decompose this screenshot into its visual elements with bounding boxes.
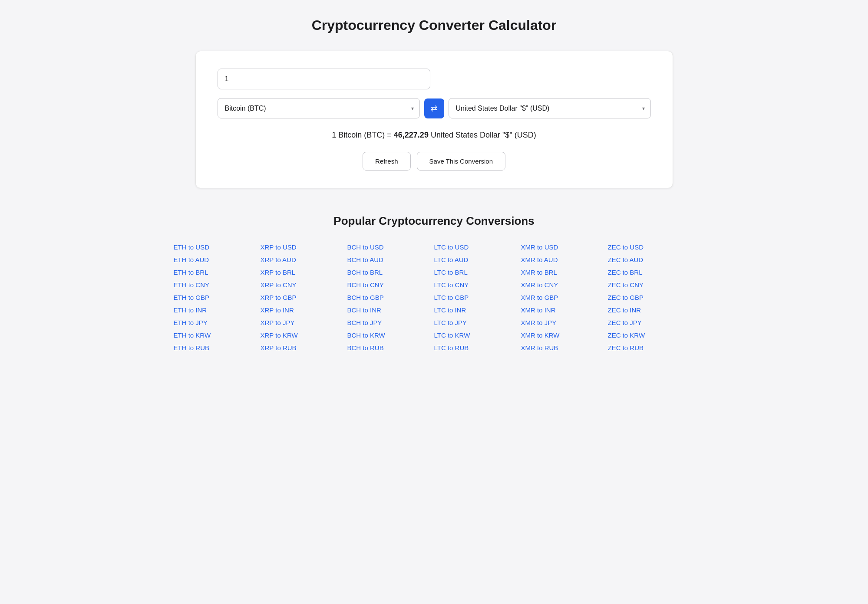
conversion-link[interactable]: LTC to BRL — [434, 269, 521, 276]
conversion-link[interactable]: XRP to RUB — [261, 344, 347, 351]
conversion-column-ltc: LTC to USDLTC to AUDLTC to BRLLTC to CNY… — [434, 243, 521, 351]
conversion-link[interactable]: BCH to BRL — [347, 269, 434, 276]
conversion-link[interactable]: ETH to KRW — [174, 332, 261, 339]
amount-input[interactable] — [218, 69, 430, 89]
page-title: Cryptocurrency Converter Calculator — [9, 17, 859, 33]
conversion-link[interactable]: XMR to USD — [521, 243, 608, 251]
conversion-link[interactable]: XMR to KRW — [521, 332, 608, 339]
conversion-column-zec: ZEC to USDZEC to AUDZEC to BRLZEC to CNY… — [608, 243, 695, 351]
conversion-link[interactable]: BCH to USD — [347, 243, 434, 251]
popular-section: Popular Cryptocurrency Conversions ETH t… — [174, 214, 695, 351]
conversion-link[interactable]: XRP to GBP — [261, 294, 347, 301]
result-value: 46,227.29 — [394, 131, 429, 139]
conversion-column-eth: ETH to USDETH to AUDETH to BRLETH to CNY… — [174, 243, 261, 351]
conversion-link[interactable]: XMR to RUB — [521, 344, 608, 351]
conversion-link[interactable]: XRP to CNY — [261, 281, 347, 289]
swap-icon: ⇄ — [431, 104, 437, 113]
conversion-link[interactable]: ETH to INR — [174, 306, 261, 314]
conversion-column-xrp: XRP to USDXRP to AUDXRP to BRLXRP to CNY… — [261, 243, 347, 351]
conversion-link[interactable]: LTC to KRW — [434, 332, 521, 339]
conversion-link[interactable]: ETH to JPY — [174, 319, 261, 326]
conversion-link[interactable]: XMR to AUD — [521, 256, 608, 263]
to-currency-select[interactable]: United States Dollar "$" (USD) Euro (EUR… — [449, 98, 651, 118]
currency-row: Bitcoin (BTC) Ethereum (ETH) XRP (XRP) B… — [218, 98, 651, 118]
conversion-link[interactable]: BCH to AUD — [347, 256, 434, 263]
conversion-link[interactable]: XMR to INR — [521, 306, 608, 314]
conversion-link[interactable]: ETH to USD — [174, 243, 261, 251]
conversion-link[interactable]: LTC to AUD — [434, 256, 521, 263]
from-currency-wrapper: Bitcoin (BTC) Ethereum (ETH) XRP (XRP) B… — [218, 98, 420, 118]
save-conversion-button[interactable]: Save This Conversion — [417, 152, 505, 171]
swap-button[interactable]: ⇄ — [424, 98, 444, 118]
conversion-link[interactable]: XMR to GBP — [521, 294, 608, 301]
conversion-link[interactable]: LTC to CNY — [434, 281, 521, 289]
result-from-text: 1 Bitcoin (BTC) — [332, 131, 385, 139]
conversion-link[interactable]: LTC to JPY — [434, 319, 521, 326]
conversion-link[interactable]: XRP to JPY — [261, 319, 347, 326]
conversion-link[interactable]: ZEC to RUB — [608, 344, 695, 351]
conversion-link[interactable]: ETH to BRL — [174, 269, 261, 276]
conversion-column-xmr: XMR to USDXMR to AUDXMR to BRLXMR to CNY… — [521, 243, 608, 351]
conversion-link[interactable]: BCH to CNY — [347, 281, 434, 289]
refresh-button[interactable]: Refresh — [363, 152, 411, 171]
conversion-link[interactable]: ZEC to GBP — [608, 294, 695, 301]
conversion-link[interactable]: ZEC to JPY — [608, 319, 695, 326]
converter-card: Bitcoin (BTC) Ethereum (ETH) XRP (XRP) B… — [195, 51, 673, 188]
conversion-link[interactable]: ZEC to BRL — [608, 269, 695, 276]
conversion-link[interactable]: LTC to RUB — [434, 344, 521, 351]
conversion-link[interactable]: ETH to GBP — [174, 294, 261, 301]
conversion-link[interactable]: ETH to AUD — [174, 256, 261, 263]
conversion-link[interactable]: BCH to KRW — [347, 332, 434, 339]
popular-title: Popular Cryptocurrency Conversions — [174, 214, 695, 228]
conversion-link[interactable]: BCH to GBP — [347, 294, 434, 301]
button-row: Refresh Save This Conversion — [218, 152, 651, 171]
conversion-link[interactable]: ZEC to CNY — [608, 281, 695, 289]
conversion-link[interactable]: ETH to CNY — [174, 281, 261, 289]
conversion-link[interactable]: LTC to USD — [434, 243, 521, 251]
conversion-link[interactable]: LTC to GBP — [434, 294, 521, 301]
result-equals: = — [387, 131, 394, 139]
conversion-link[interactable]: ZEC to USD — [608, 243, 695, 251]
conversion-link[interactable]: XRP to AUD — [261, 256, 347, 263]
conversion-link[interactable]: BCH to RUB — [347, 344, 434, 351]
conversion-link[interactable]: BCH to INR — [347, 306, 434, 314]
conversion-link[interactable]: XMR to JPY — [521, 319, 608, 326]
conversion-link[interactable]: XMR to BRL — [521, 269, 608, 276]
conversion-link[interactable]: ZEC to INR — [608, 306, 695, 314]
conversion-link[interactable]: XRP to BRL — [261, 269, 347, 276]
conversions-grid: ETH to USDETH to AUDETH to BRLETH to CNY… — [174, 243, 695, 351]
to-currency-wrapper: United States Dollar "$" (USD) Euro (EUR… — [449, 98, 651, 118]
conversion-link[interactable]: ETH to RUB — [174, 344, 261, 351]
conversion-link[interactable]: BCH to JPY — [347, 319, 434, 326]
result-row: 1 Bitcoin (BTC) = 46,227.29 United State… — [218, 131, 651, 140]
conversion-link[interactable]: XRP to KRW — [261, 332, 347, 339]
conversion-link[interactable]: LTC to INR — [434, 306, 521, 314]
from-currency-select[interactable]: Bitcoin (BTC) Ethereum (ETH) XRP (XRP) B… — [218, 98, 420, 118]
conversion-link[interactable]: XRP to INR — [261, 306, 347, 314]
conversion-link[interactable]: ZEC to KRW — [608, 332, 695, 339]
conversion-link[interactable]: XMR to CNY — [521, 281, 608, 289]
conversion-link[interactable]: XRP to USD — [261, 243, 347, 251]
result-unit: United States Dollar "$" (USD) — [431, 131, 536, 139]
conversion-column-bch: BCH to USDBCH to AUDBCH to BRLBCH to CNY… — [347, 243, 434, 351]
conversion-link[interactable]: ZEC to AUD — [608, 256, 695, 263]
